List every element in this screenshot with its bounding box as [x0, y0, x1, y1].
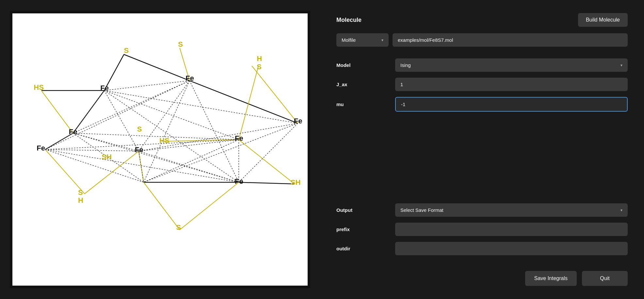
- svg-text:Fe: Fe: [294, 117, 302, 125]
- prefix-label: prefix: [336, 227, 395, 232]
- svg-line-47: [189, 81, 239, 182]
- svg-text:Fe: Fe: [37, 144, 45, 152]
- molecule-svg: S S H S HS Fe Fe Fe Fe S HS Fe Fe Fe: [12, 13, 308, 286]
- molecule-section-title: Molecule: [336, 17, 362, 24]
- svg-line-22: [104, 90, 298, 123]
- svg-text:Fe: Fe: [235, 134, 243, 142]
- svg-line-29: [45, 150, 138, 151]
- svg-line-25: [73, 133, 139, 151]
- format-dropdown-arrow: ▾: [381, 38, 383, 42]
- mu-input[interactable]: [395, 97, 628, 112]
- model-row: Model Ising ▾: [336, 58, 628, 72]
- svg-text:H: H: [78, 196, 83, 204]
- molecule-canvas: S S H S HS Fe Fe Fe Fe S HS Fe Fe Fe: [10, 11, 310, 288]
- svg-line-11: [144, 182, 180, 230]
- file-path-input[interactable]: [393, 33, 628, 47]
- mu-row: mu: [336, 97, 628, 112]
- svg-line-18: [45, 150, 85, 194]
- jax-input[interactable]: [395, 78, 628, 91]
- model-dropdown-value: Ising: [400, 62, 411, 68]
- svg-text:H: H: [257, 55, 262, 63]
- outdir-row: outdir: [336, 242, 628, 255]
- output-format-value: Select Save Format: [400, 207, 443, 213]
- prefix-input[interactable]: [395, 223, 628, 236]
- svg-line-21: [104, 90, 239, 140]
- prefix-row: prefix: [336, 223, 628, 236]
- svg-text:Fe: Fe: [235, 177, 243, 185]
- svg-text:Fe: Fe: [100, 84, 109, 92]
- output-format-row: Output Select Save Format ▾: [336, 203, 628, 217]
- jax-label: J_ax: [336, 82, 395, 87]
- svg-line-9: [180, 182, 239, 230]
- svg-line-17: [239, 140, 295, 184]
- svg-line-20: [104, 81, 189, 90]
- svg-line-26: [73, 133, 239, 140]
- svg-text:S: S: [178, 40, 183, 48]
- svg-text:SH: SH: [102, 153, 112, 161]
- output-section: Output Select Save Format ▾ prefix outdi…: [336, 203, 628, 261]
- quit-button[interactable]: Quit: [582, 271, 628, 286]
- svg-line-41: [73, 90, 104, 133]
- mu-label: mu: [336, 102, 395, 107]
- svg-text:Fe: Fe: [135, 146, 143, 154]
- svg-line-46: [144, 81, 190, 182]
- build-molecule-button[interactable]: Build Molecule: [578, 13, 628, 27]
- right-panel: Molecule Build Molecule Molfile ▾ Model …: [320, 0, 644, 299]
- svg-text:S: S: [137, 125, 142, 133]
- model-label: Model: [336, 62, 395, 68]
- save-integrals-button[interactable]: Save Integrals: [525, 271, 577, 286]
- output-label: Output: [336, 207, 395, 213]
- svg-text:S: S: [257, 63, 262, 71]
- svg-line-44: [73, 81, 190, 133]
- svg-line-23: [104, 90, 138, 151]
- outdir-label: outdir: [336, 246, 395, 251]
- bottom-buttons: Save Integrals Quit: [336, 261, 628, 286]
- file-row: Molfile ▾: [336, 33, 628, 47]
- svg-text:SH: SH: [291, 178, 301, 186]
- jax-row: J_ax: [336, 78, 628, 91]
- svg-line-5: [189, 81, 298, 123]
- spacer: [336, 121, 628, 138]
- header-row: Molecule Build Molecule: [336, 13, 628, 27]
- svg-text:S: S: [176, 223, 181, 231]
- model-dropdown[interactable]: Ising ▾: [395, 58, 628, 72]
- svg-text:Fe: Fe: [69, 128, 77, 136]
- format-dropdown[interactable]: Molfile ▾: [336, 33, 389, 47]
- model-section: Model Ising ▾ J_ax mu: [336, 58, 628, 118]
- svg-text:S: S: [78, 188, 83, 197]
- output-format-dropdown[interactable]: Select Save Format ▾: [395, 203, 628, 217]
- svg-text:Fe: Fe: [185, 74, 194, 82]
- svg-line-36: [144, 140, 239, 182]
- svg-line-33: [139, 140, 239, 151]
- svg-text:HS: HS: [159, 136, 169, 145]
- svg-text:HS: HS: [34, 83, 44, 91]
- format-dropdown-value: Molfile: [342, 37, 356, 43]
- svg-line-12: [41, 90, 73, 133]
- svg-line-37: [144, 123, 298, 182]
- svg-line-15: [239, 66, 258, 140]
- output-format-arrow: ▾: [620, 208, 622, 212]
- outdir-input[interactable]: [395, 242, 628, 255]
- svg-line-7: [239, 182, 295, 184]
- model-dropdown-arrow: ▾: [620, 63, 622, 68]
- svg-text:S: S: [124, 46, 129, 55]
- svg-line-32: [45, 150, 239, 182]
- left-panel: S S H S HS Fe Fe Fe Fe S HS Fe Fe Fe: [0, 0, 320, 299]
- svg-line-24: [104, 90, 239, 182]
- svg-line-4: [124, 55, 190, 81]
